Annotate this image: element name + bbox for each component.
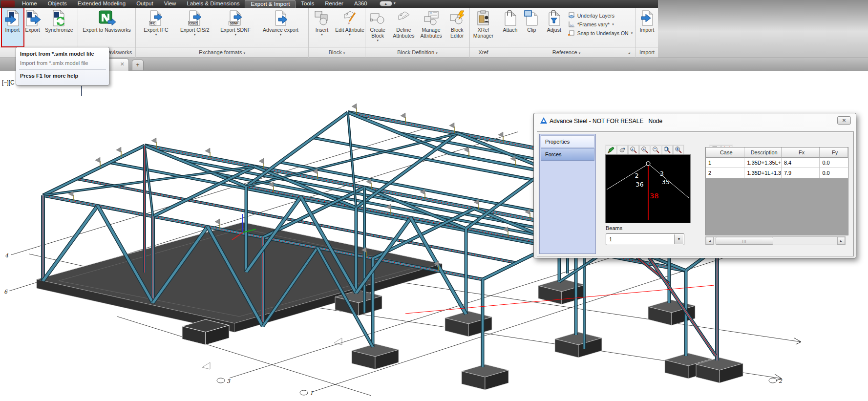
nav-item-forces[interactable]: Forces (541, 148, 594, 161)
svg-text:3: 3 (227, 378, 231, 384)
menu-tab-export-import[interactable]: Export & Import (245, 0, 296, 8)
export-ifc-button[interactable]: IFC Export IFC ▾ (140, 9, 171, 36)
node-properties-dialog: Advance Steel - NOT FOR RESALE Node ✕ Pr… (533, 113, 856, 258)
new-tab-button[interactable]: + (132, 60, 144, 70)
advance-export-button[interactable]: Advance export ▾ (258, 9, 304, 36)
export-cis2-icon: CIS/2 (188, 9, 202, 27)
menu-tab-extended-modeling[interactable]: Extended Modeling (72, 0, 131, 8)
block-editor-icon (449, 9, 466, 27)
zoom-dynamic-button[interactable]: ± (628, 145, 639, 155)
svg-text:(x): (x) (570, 24, 573, 27)
table-row[interactable]: 1 1.35D+1.35L+ 8.4 0.0 (706, 158, 848, 168)
manage-attributes-button[interactable]: Manage Attributes (418, 9, 445, 39)
chevron-down-icon: ▾ (155, 33, 157, 36)
adjust-button[interactable]: Adjust (542, 9, 566, 33)
create-block-button[interactable]: Create Block ▾ (365, 9, 390, 42)
scroll-left-icon[interactable]: ◄ (706, 237, 714, 245)
import-file-icon (640, 9, 655, 27)
export-to-navisworks-button[interactable]: Export to Navisworks (80, 9, 134, 33)
export-sdnf-button[interactable]: SDNF Export SDNF ▾ (218, 9, 253, 36)
zoom-extents-button[interactable]: ✛ (673, 145, 684, 155)
zoom-out-button[interactable]: − (651, 145, 661, 155)
import-button[interactable]: Import (4, 9, 20, 33)
frames-vary-button[interactable]: (x) *Frames vary* ▾ (568, 21, 635, 27)
export-sdnf-icon: SDNF (228, 9, 243, 27)
ribbon: Import Export Synchronize Expor (0, 8, 658, 48)
dialog-nav-panel: Properties Forces (539, 134, 596, 254)
svg-text:+: + (643, 147, 645, 151)
table-header-row: Case Description Fx Fy (706, 148, 848, 158)
chevron-down-icon: ▾ (612, 22, 614, 26)
pan-button[interactable]: + (617, 145, 628, 155)
chevron-down-icon: ▾ (436, 51, 438, 55)
snap-to-underlays-button[interactable]: Snap to Underlays ON ▾ (568, 30, 635, 36)
export-button[interactable]: Export (25, 9, 41, 33)
svg-text:38: 38 (650, 191, 659, 200)
zoom-in-button[interactable]: + (639, 145, 650, 155)
chevron-down-icon: ▾ (631, 31, 633, 35)
dialog-content: Properties Forces + ± + − ✛ 2 36 3 3 (537, 131, 854, 256)
table-row[interactable]: 2 1.35D+1L+1.3 7.9 0.0 (706, 168, 848, 178)
underlay-layers-button[interactable]: Underlay Layers (568, 12, 635, 19)
combo-dropdown-icon[interactable]: ▼ (674, 234, 683, 244)
chevron-down-icon: ▾ (349, 33, 351, 36)
application-window: 4 6 3 1 2 (0, 0, 868, 401)
export-icon (25, 9, 41, 27)
menu-tab-render[interactable]: Render (319, 0, 349, 8)
cases-table: Case Description Fx Fy 1 1.35D+1.35L+ 8.… (705, 147, 848, 235)
chevron-down-icon[interactable]: ▾ (394, 0, 396, 8)
nav-item-properties[interactable]: Properties (541, 135, 594, 148)
zoom-window-button[interactable] (662, 145, 673, 155)
ribbon-collapse-button[interactable]: ▲ (380, 1, 392, 6)
clip-button[interactable]: Clip (523, 9, 540, 33)
dialog-title: Advance Steel - NOT FOR RESALE Node (550, 118, 662, 125)
table-horizontal-scrollbar[interactable]: ◄ ||| ► (705, 236, 846, 245)
preview-toolbar: + ± + − ✛ (605, 145, 684, 155)
export-cis2-button[interactable]: CIS/2 Export CIS/2 ▾ (176, 9, 213, 36)
svg-text:35: 35 (662, 178, 670, 186)
chevron-down-icon: ▾ (377, 39, 379, 42)
underlay-layers-icon (568, 12, 575, 19)
synchronize-icon (51, 9, 67, 27)
group-label-xref[interactable]: Xref (470, 48, 497, 58)
chevron-down-icon: ▾ (194, 33, 196, 36)
close-tab-icon[interactable]: ✕ (120, 61, 125, 67)
group-label-block[interactable]: Block ▾ (309, 48, 365, 58)
menu-tab-output[interactable]: Output (131, 0, 159, 8)
chevron-down-icon: ▾ (244, 51, 246, 55)
edit-attribute-button[interactable]: Edit Attribute ▾ (335, 9, 364, 36)
node-preview-canvas[interactable]: 2 36 3 35 38 (605, 154, 691, 223)
scrollbar-thumb[interactable]: ||| (716, 237, 773, 245)
dialog-launcher-icon[interactable]: ⌟ (628, 49, 631, 54)
footings (335, 279, 743, 390)
menu-tab-home[interactable]: Home (17, 0, 42, 8)
menu-tab-tools[interactable]: Tools (296, 0, 319, 8)
insert-button[interactable]: Insert ▾ (309, 9, 335, 36)
menu-tab-objects[interactable]: Objects (42, 0, 72, 8)
xref-manager-button[interactable]: XRef Manager (470, 9, 497, 39)
scroll-right-icon[interactable]: ► (837, 237, 845, 245)
synchronize-button[interactable]: Synchronize (45, 9, 73, 33)
block-editor-button[interactable]: Block Editor (445, 9, 469, 39)
group-label-exchange-formats[interactable]: Exchange formats ▾ (136, 48, 309, 58)
define-attributes-button[interactable]: Define Attributes (390, 9, 417, 39)
svg-text:6: 6 (4, 289, 8, 295)
navisworks-icon (98, 9, 116, 27)
group-label-block-definition[interactable]: Block Definition ▾ (365, 48, 470, 58)
app-button[interactable] (1, 0, 15, 7)
menu-tab-a360[interactable]: A360 (349, 0, 373, 8)
menu-tab-labels-dimensions[interactable]: Labels & Dimensions (181, 0, 245, 8)
import-smlx-button[interactable]: Import (636, 9, 657, 33)
clip-icon (524, 9, 539, 27)
edit-attribute-icon (341, 9, 358, 27)
menu-tab-view[interactable]: View (159, 0, 182, 8)
group-label-reference[interactable]: Reference ▾ (497, 48, 636, 58)
svg-text:2: 2 (635, 172, 638, 179)
group-label-import[interactable]: Import (636, 48, 658, 58)
dialog-close-button[interactable]: ✕ (837, 116, 851, 125)
tooltip-divider (19, 69, 106, 70)
beam-selector[interactable]: 1 ▼ (606, 233, 684, 245)
attach-button[interactable]: Attach (499, 9, 521, 33)
edit-forces-button[interactable] (606, 145, 616, 155)
viewport-controls[interactable]: [−][C (2, 79, 15, 86)
